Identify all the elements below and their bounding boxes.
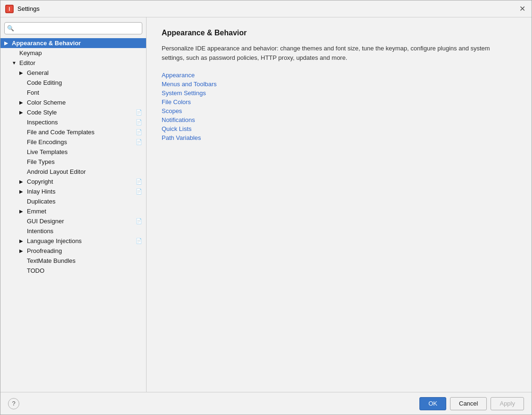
sidebar-item-label: Editor: [19, 59, 35, 66]
chevron-icon: ▶: [19, 189, 25, 194]
sidebar-item-label: Intentions: [27, 228, 53, 235]
sidebar-item-label: Code Style: [27, 109, 57, 116]
chevron-icon: ▶: [19, 100, 25, 105]
dialog-body: 🔍 ▶Appearance & BehaviorKeymap▼Editor▶Ge…: [0, 17, 532, 392]
sidebar-item-label: Keymap: [19, 49, 42, 57]
copy-icon: 📄: [136, 119, 142, 125]
chevron-icon: ▼: [12, 60, 17, 65]
sidebar-item-duplicates[interactable]: Duplicates: [0, 196, 146, 206]
title-bar: I Settings ✕: [0, 0, 532, 17]
dialog-title: Settings: [17, 5, 517, 12]
chevron-icon: ▶: [19, 238, 25, 244]
sidebar-item-label: General: [27, 69, 49, 76]
sidebar-item-label: File Encodings: [27, 138, 67, 146]
link-menus-toolbars[interactable]: Menus and Toolbars: [162, 81, 516, 88]
chevron-icon: ▶: [19, 209, 25, 214]
sidebar-item-label: Inlay Hints: [27, 188, 56, 195]
settings-dialog: I Settings ✕ 🔍 ▶Appearance & BehaviorKey…: [0, 0, 532, 415]
sidebar-item-keymap[interactable]: Keymap: [0, 48, 146, 58]
sidebar-item-label: Copyright: [27, 178, 53, 185]
svg-text:I: I: [9, 7, 10, 12]
chevron-icon: ▶: [19, 70, 25, 75]
chevron-icon: ▶: [19, 179, 25, 184]
sidebar-item-android-layout-editor[interactable]: Android Layout Editor: [0, 167, 146, 177]
search-input[interactable]: [4, 22, 142, 34]
search-icon: 🔍: [7, 25, 14, 32]
sidebar-item-label: Android Layout Editor: [27, 168, 86, 175]
copy-icon: 📄: [136, 109, 142, 115]
sidebar-item-label: File Types: [27, 158, 55, 165]
sidebar-item-label: TODO: [27, 267, 44, 274]
section-title: Appearance & Behavior: [162, 29, 516, 37]
sidebar-items-container: ▶Appearance & BehaviorKeymap▼Editor▶Gene…: [0, 38, 146, 276]
sidebar-item-file-code-templates[interactable]: File and Code Templates📄: [0, 127, 146, 137]
chevron-icon: ▶: [19, 248, 25, 253]
dialog-footer: ? OK Cancel Apply: [0, 392, 532, 415]
footer-right: OK Cancel Apply: [419, 397, 524, 410]
help-button[interactable]: ?: [8, 398, 19, 409]
link-scopes[interactable]: Scopes: [162, 107, 516, 114]
ok-button[interactable]: OK: [419, 397, 446, 410]
main-content: Appearance & Behavior Personalize IDE ap…: [147, 17, 532, 392]
link-quick-lists[interactable]: Quick Lists: [162, 125, 516, 132]
sidebar-item-label: TextMate Bundles: [27, 257, 75, 264]
sidebar-item-gui-designer[interactable]: GUI Designer📄: [0, 216, 146, 226]
sidebar-item-file-encodings[interactable]: File Encodings📄: [0, 137, 146, 147]
sidebar-item-label: Color Scheme: [27, 99, 65, 106]
sidebar-item-label: File and Code Templates: [27, 129, 95, 136]
apply-button[interactable]: Apply: [491, 397, 524, 410]
sidebar-item-general[interactable]: ▶General: [0, 68, 146, 78]
sidebar-item-label: Live Templates: [27, 148, 67, 155]
sidebar-item-label: Code Editing: [27, 79, 62, 86]
copy-icon: 📄: [136, 179, 142, 185]
sidebar-item-live-templates[interactable]: Live Templates: [0, 147, 146, 157]
sidebar-item-label: Emmet: [27, 208, 46, 215]
sidebar-item-label: Font: [27, 89, 39, 96]
chevron-icon: ▶: [4, 41, 10, 46]
sidebar-item-label: Proofreading: [27, 247, 62, 254]
copy-icon: 📄: [136, 139, 142, 145]
app-icon: I: [5, 5, 14, 13]
sidebar-item-editor[interactable]: ▼Editor: [0, 58, 146, 68]
sidebar: 🔍 ▶Appearance & BehaviorKeymap▼Editor▶Ge…: [0, 17, 147, 392]
sidebar-item-color-scheme[interactable]: ▶Color Scheme: [0, 98, 146, 107]
sidebar-item-label: Language Injections: [27, 237, 82, 244]
sidebar-item-textmate-bundles[interactable]: TextMate Bundles: [0, 256, 146, 266]
cancel-button[interactable]: Cancel: [450, 397, 487, 410]
copy-icon: 📄: [136, 188, 142, 195]
link-appearance[interactable]: Appearance: [162, 72, 516, 79]
sidebar-item-file-types[interactable]: File Types: [0, 157, 146, 167]
footer-left: ?: [8, 398, 19, 409]
copy-icon: 📄: [136, 238, 142, 244]
link-list: AppearanceMenus and ToolbarsSystem Setti…: [162, 72, 516, 141]
copy-icon: 📄: [136, 129, 142, 135]
sidebar-item-label: Inspections: [27, 119, 58, 126]
sidebar-item-inspections[interactable]: Inspections📄: [0, 117, 146, 127]
link-notifications[interactable]: Notifications: [162, 116, 516, 123]
sidebar-item-label: Duplicates: [27, 198, 56, 205]
link-file-colors[interactable]: File Colors: [162, 98, 516, 106]
sidebar-item-appearance-behavior[interactable]: ▶Appearance & Behavior: [0, 38, 146, 48]
sidebar-item-todo[interactable]: TODO: [0, 266, 146, 276]
sidebar-item-label: Appearance & Behavior: [12, 40, 81, 47]
close-button[interactable]: ✕: [517, 4, 527, 14]
link-path-variables[interactable]: Path Variables: [162, 134, 516, 141]
link-system-settings[interactable]: System Settings: [162, 90, 516, 97]
sidebar-item-code-style[interactable]: ▶Code Style📄: [0, 107, 146, 117]
sidebar-item-copyright[interactable]: ▶Copyright📄: [0, 177, 146, 187]
sidebar-item-emmet[interactable]: ▶Emmet: [0, 206, 146, 216]
sidebar-item-font[interactable]: Font: [0, 88, 146, 98]
search-box: 🔍: [4, 22, 142, 34]
sidebar-item-code-editing[interactable]: Code Editing: [0, 78, 146, 88]
sidebar-item-label: GUI Designer: [27, 218, 64, 225]
sidebar-item-intentions[interactable]: Intentions: [0, 226, 146, 236]
copy-icon: 📄: [136, 218, 142, 224]
sidebar-item-inlay-hints[interactable]: ▶Inlay Hints📄: [0, 187, 146, 196]
sidebar-item-proofreading[interactable]: ▶Proofreading: [0, 246, 146, 256]
sidebar-item-language-injections[interactable]: ▶Language Injections📄: [0, 236, 146, 246]
chevron-icon: ▶: [19, 110, 25, 115]
section-description: Personalize IDE appearance and behavior:…: [162, 44, 501, 62]
